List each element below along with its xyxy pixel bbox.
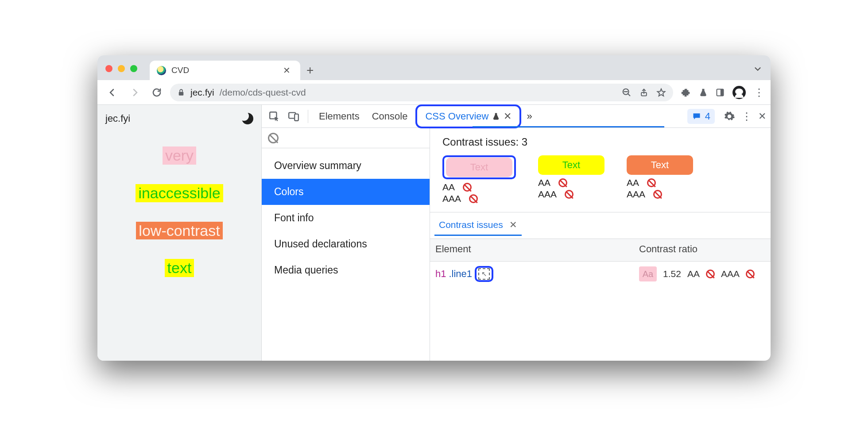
swatch-chip: Text — [627, 155, 693, 175]
overview-item-unused[interactable]: Unused declarations — [262, 231, 430, 257]
drawer-tab-label: Contrast issues — [439, 220, 503, 230]
svg-rect-7 — [294, 114, 298, 120]
overview-item-fonts[interactable]: Font info — [262, 205, 430, 231]
url-host: jec.fyi — [190, 87, 214, 98]
svg-rect-4 — [721, 89, 724, 96]
swatch-chip: Text — [538, 155, 604, 175]
drawer-tab-contrast[interactable]: Contrast issues ✕ — [434, 215, 522, 236]
overview-toolbar — [262, 128, 430, 148]
element-tag: h1 — [435, 268, 446, 280]
issues-count: 4 — [705, 111, 710, 122]
flask-icon — [492, 112, 500, 120]
element-class: .line1 — [449, 268, 472, 280]
forward-button[interactable] — [126, 84, 143, 101]
contrast-issues-label: Contrast issues: — [442, 136, 519, 148]
inspect-element-icon[interactable] — [266, 108, 282, 124]
close-window-button[interactable] — [105, 65, 112, 72]
favicon-icon — [157, 66, 166, 75]
tab-title: CVD — [171, 66, 274, 75]
address-bar[interactable]: jec.fyi/demo/cds-quest-cvd — [170, 84, 673, 101]
window-controls — [105, 65, 137, 72]
contrast-swatch-3[interactable]: Text AA AAA — [627, 155, 693, 204]
tab-css-overview-label: CSS Overview — [425, 111, 488, 122]
site-brand: jec.fyi — [105, 113, 130, 124]
overview-item-summary[interactable]: Overview summary — [262, 153, 430, 179]
contrast-swatch-2[interactable]: Text AA AAA — [538, 155, 604, 204]
demo-word-2: inaccessible — [136, 184, 223, 202]
reload-button[interactable] — [148, 84, 166, 101]
demo-word-4: text — [165, 259, 194, 277]
wcag-aaa-label: AAA — [538, 189, 557, 200]
fail-icon — [469, 194, 478, 203]
settings-icon[interactable] — [724, 111, 735, 122]
fail-icon — [653, 190, 662, 199]
ratio-swatch: Aa — [639, 266, 657, 281]
clear-overview-icon[interactable] — [268, 133, 279, 143]
profile-avatar[interactable] — [732, 86, 746, 99]
wcag-aa-label: AA — [627, 177, 639, 188]
fail-icon — [558, 178, 567, 187]
highlight-ring: Text — [442, 155, 516, 179]
chat-icon — [692, 112, 701, 121]
device-toolbar-icon[interactable] — [286, 108, 302, 124]
page-viewport: jec.fyi very inaccessible low-contrast t… — [97, 105, 261, 361]
star-icon[interactable] — [656, 88, 666, 97]
issues-badge[interactable]: 4 — [687, 109, 715, 124]
browser-window: CVD ✕ + jec.fyi/demo/cds-quest-cvd ⋮ — [97, 55, 771, 361]
tab-overflow-button[interactable] — [753, 64, 763, 74]
close-tab-button[interactable]: ✕ — [279, 63, 294, 77]
tab-strip: CVD ✕ + — [97, 55, 771, 80]
wcag-aaa-label: AAA — [442, 193, 461, 204]
column-contrast-header[interactable]: Contrast ratio — [634, 239, 771, 262]
contrast-swatch-1[interactable]: Text AA AAA — [442, 155, 516, 204]
toolbar: jec.fyi/demo/cds-quest-cvd ⋮ — [97, 80, 771, 105]
column-element-header[interactable]: Element — [430, 239, 634, 262]
svg-rect-0 — [179, 92, 184, 95]
overview-item-media[interactable]: Media queries — [262, 257, 430, 283]
swatch-chip: Text — [446, 158, 512, 177]
close-devtools-button[interactable]: ✕ — [758, 111, 766, 122]
scroll-into-view-icon[interactable]: ↖ — [478, 268, 490, 280]
zoom-icon[interactable] — [622, 88, 632, 97]
fail-icon — [565, 190, 574, 199]
maximize-window-button[interactable] — [130, 65, 137, 72]
browser-tab[interactable]: CVD ✕ — [150, 61, 300, 80]
extensions-icon[interactable] — [681, 88, 691, 97]
contrast-drawer: Contrast issues ✕ Element Contrast ratio — [430, 212, 771, 286]
contrast-issues-count: 3 — [522, 136, 527, 148]
wcag-aaa-label: AAA — [721, 269, 740, 279]
devtools-panel: Elements Console CSS Overview ✕ » 4 ⋮ — [261, 105, 771, 361]
highlight-ring: CSS Overview ✕ — [415, 104, 521, 128]
back-button[interactable] — [104, 84, 121, 101]
devtools-menu-button[interactable]: ⋮ — [741, 114, 752, 119]
lock-icon — [177, 88, 185, 97]
devtools-tabbar: Elements Console CSS Overview ✕ » 4 ⋮ — [262, 105, 771, 128]
more-tabs-button[interactable]: » — [527, 111, 532, 122]
bookmark-panel-icon[interactable] — [716, 88, 725, 97]
close-panel-button[interactable]: ✕ — [504, 111, 512, 122]
contrast-ratio-value: 1.52 — [663, 269, 681, 279]
fail-icon — [647, 178, 656, 187]
wcag-aa-label: AA — [538, 177, 550, 188]
tab-css-overview[interactable]: CSS Overview ✕ — [421, 107, 516, 126]
highlight-ring: ↖ — [475, 266, 493, 282]
fail-icon — [463, 183, 472, 192]
new-tab-button[interactable]: + — [300, 63, 320, 80]
overview-item-colors[interactable]: Colors — [262, 179, 430, 205]
demo-word-3: low-contrast — [136, 222, 222, 240]
wcag-aa-label: AA — [442, 182, 455, 193]
chrome-menu-button[interactable]: ⋮ — [754, 90, 764, 95]
fail-icon — [746, 270, 755, 278]
fail-icon — [706, 270, 715, 278]
tab-console[interactable]: Console — [368, 107, 412, 126]
theme-toggle-icon[interactable] — [242, 113, 253, 124]
demo-word-1: very — [163, 146, 196, 165]
wcag-aa-label: AA — [687, 269, 700, 279]
tab-elements[interactable]: Elements — [314, 107, 364, 126]
close-drawer-button[interactable]: ✕ — [509, 220, 517, 230]
experiments-icon[interactable] — [699, 88, 708, 97]
url-path: /demo/cds-quest-cvd — [220, 87, 306, 98]
minimize-window-button[interactable] — [118, 65, 125, 72]
share-icon[interactable] — [639, 88, 648, 97]
table-row[interactable]: h1.line1 ↖ Aa 1.52 AA AAA — [430, 262, 771, 286]
